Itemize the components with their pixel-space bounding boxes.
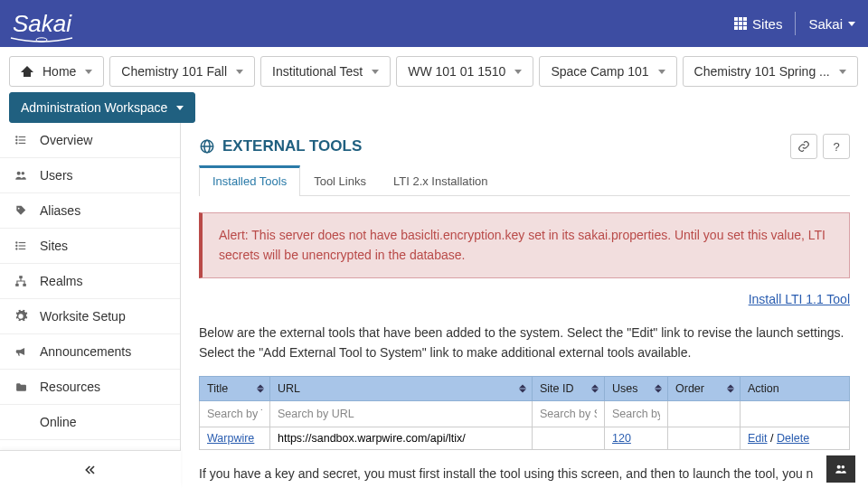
chevron-down-icon	[839, 70, 846, 74]
sitemap-icon	[13, 274, 29, 288]
chevron-down-icon	[514, 70, 522, 74]
chevron-down-icon	[848, 22, 855, 26]
tool-order	[668, 427, 741, 449]
svg-point-9	[18, 208, 20, 210]
sidebar-item-realms[interactable]: Realms	[0, 264, 180, 299]
search-input-0[interactable]	[207, 406, 262, 422]
sidebar-item-online[interactable]: Online	[0, 405, 180, 440]
sidebar-item-label: Overview	[40, 133, 92, 147]
svg-point-14	[16, 245, 17, 246]
col-uses[interactable]: Uses	[605, 376, 668, 400]
site-tab-0[interactable]: Home	[9, 56, 104, 87]
brand-logo[interactable]: Sakai	[13, 10, 71, 38]
sort-icon	[591, 384, 599, 392]
sidebar-item-worksite-setup[interactable]: Worksite Setup	[0, 299, 180, 334]
sort-icon	[257, 384, 264, 392]
sidebar-item-label: Aliases	[40, 203, 80, 218]
search-row	[200, 400, 850, 427]
site-tab-3[interactable]: WW 101 01 1510	[396, 56, 533, 87]
svg-point-15	[16, 249, 17, 249]
site-tab-label: Administration Workspace	[21, 100, 167, 115]
sidebar-item-label: Realms	[40, 274, 82, 288]
list-icon	[13, 133, 29, 147]
col-url[interactable]: URL	[270, 376, 533, 400]
site-tab-5[interactable]: Chemistry 101 Spring ...	[683, 56, 858, 87]
tool-siteid	[533, 427, 605, 449]
site-tab-label: Chemistry 101 Fall	[121, 64, 227, 79]
svg-point-6	[16, 143, 17, 144]
site-tab-1[interactable]: Chemistry 101 Fall	[109, 56, 255, 87]
sub-tab-installed-tools[interactable]: Installed Tools	[199, 165, 300, 196]
chevron-down-icon	[236, 70, 243, 74]
sites-button[interactable]: Sites	[734, 16, 782, 32]
sidebar-item-users[interactable]: Users	[0, 158, 180, 193]
site-tab-label: Chemistry 101 Spring ...	[694, 64, 830, 79]
help-button[interactable]: ?	[823, 134, 850, 159]
col-site-id[interactable]: Site ID	[533, 376, 605, 400]
chevron-double-left-icon	[83, 463, 98, 477]
sidebar-item-label: Announcements	[40, 344, 131, 359]
page-title: EXTERNAL TOOLS	[199, 137, 362, 155]
col-order[interactable]: Order	[668, 376, 741, 400]
chevron-down-icon	[658, 70, 665, 74]
sub-tab-tool-links[interactable]: Tool Links	[300, 165, 380, 196]
globe-icon	[199, 138, 215, 155]
site-tabs: HomeChemistry 101 FallInstitutional Test…	[0, 47, 868, 123]
sidebar-item-announcements[interactable]: Announcements	[0, 334, 180, 370]
folder-icon	[13, 380, 29, 394]
site-tab-4[interactable]: Space Camp 101	[539, 56, 676, 87]
permalink-button[interactable]	[790, 134, 817, 159]
search-input-1[interactable]	[278, 406, 524, 422]
sidebar-item-label: Online	[40, 415, 76, 429]
svg-point-4	[16, 136, 17, 137]
install-lti-link[interactable]: Install LTI 1.1 Tool	[749, 292, 850, 306]
sidebar-item-aliases[interactable]: Aliases	[0, 193, 180, 229]
tool-title-link[interactable]: Warpwire	[207, 432, 254, 445]
sort-icon	[655, 384, 662, 392]
site-tab-label: Institutional Test	[272, 64, 363, 79]
chevron-down-icon	[176, 106, 184, 110]
footer-text: If you have a key and secret, you must f…	[199, 465, 850, 483]
svg-rect-18	[23, 284, 26, 286]
svg-rect-17	[15, 284, 19, 286]
sidebar-item-label: Sites	[40, 239, 68, 253]
table-row: Warpwirehttps://sandbox.warpwire.com/api…	[200, 427, 850, 449]
megaphone-icon	[13, 344, 29, 359]
sort-icon	[519, 384, 526, 392]
sub-tabs: Installed ToolsTool LinksLTI 2.x Install…	[199, 164, 850, 196]
gear-icon	[13, 309, 29, 324]
site-tab-2[interactable]: Institutional Test	[260, 56, 391, 87]
list-icon	[13, 239, 29, 253]
users-icon	[834, 463, 848, 475]
user-menu[interactable]: Sakai	[808, 16, 855, 32]
sub-tab-lti-x-installation[interactable]: LTI 2.x Installation	[380, 165, 502, 196]
search-input-2[interactable]	[540, 406, 597, 422]
svg-point-5	[16, 139, 17, 140]
sidebar-item-overview[interactable]: Overview	[0, 123, 180, 158]
site-tab-6[interactable]: Administration Workspace	[9, 92, 195, 123]
collapse-sidebar-button[interactable]	[0, 450, 181, 488]
svg-point-7	[17, 172, 21, 175]
site-tab-label: Home	[42, 64, 76, 79]
search-input-3[interactable]	[612, 406, 660, 422]
topbar: Sakai Sites Sakai	[0, 0, 868, 47]
alert-banner: Alert: This server does not have basiclt…	[199, 212, 850, 278]
sort-icon	[727, 384, 734, 392]
edit-link[interactable]: Edit	[748, 432, 768, 445]
site-tab-label: WW 101 01 1510	[408, 64, 505, 79]
sidebar-item-label: Users	[40, 168, 73, 183]
delete-link[interactable]: Delete	[777, 432, 809, 445]
blank-icon	[13, 415, 29, 429]
tools-table: TitleURLSite IDUsesOrderAction Warpwireh…	[199, 376, 850, 450]
sidebar-item-sites[interactable]: Sites	[0, 229, 180, 264]
sidebar-item-resources[interactable]: Resources	[0, 370, 180, 405]
sidebar-item-label: Worksite Setup	[40, 309, 126, 324]
tool-uses-link[interactable]: 120	[612, 432, 631, 445]
col-action[interactable]: Action	[741, 376, 850, 400]
users-icon	[13, 168, 29, 183]
col-title[interactable]: Title	[200, 376, 270, 400]
svg-rect-16	[19, 276, 23, 278]
home-icon	[21, 66, 33, 77]
chevron-down-icon	[85, 70, 92, 74]
feedback-button[interactable]	[826, 455, 855, 483]
